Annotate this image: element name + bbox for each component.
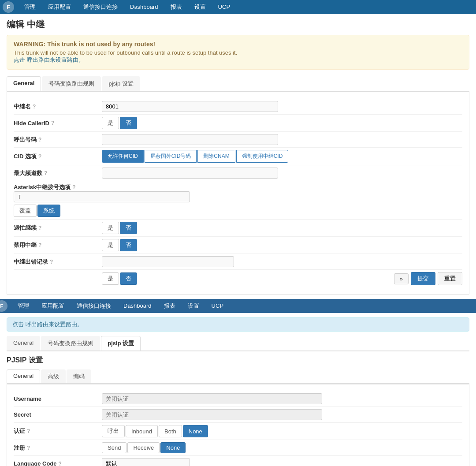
auth-inbound[interactable]: Inbound [126,425,158,437]
pjsip-main-tabs: General 号码变换路由规则 pjsip 设置 [7,336,469,351]
outbound-number-row: 呼出号码 ? [14,132,462,148]
continue-help-icon[interactable]: ? [38,225,41,231]
asterisk-system-btn[interactable]: 系统 [37,205,60,217]
reset-btn-top[interactable]: 重置 [438,272,462,285]
warning-small: 点击 呼出路由来设置路由。 [7,317,469,332]
mid-nav-reports[interactable]: 报表 [158,299,182,313]
tab-pjsip[interactable]: pjsip 设置 [102,76,140,91]
secret-row: Secret [14,407,462,423]
nav-reports[interactable]: 报表 [164,0,188,14]
nav-comm[interactable]: 通信接口连接 [77,0,124,14]
auth-row: 认证 ? 呼出 Inbound Both None [14,423,462,440]
hide-callerid-toggle: 是 否 [102,117,137,129]
nav-ucp[interactable]: UCP [212,0,236,14]
cid-block-foreign[interactable]: 屏蔽国外CID号码 [145,150,197,163]
auth-both[interactable]: Both [159,425,182,437]
cid-remove-cnam[interactable]: 删除CNAM [197,150,235,163]
reg-none[interactable]: None [160,442,186,453]
cid-option-label: CID 选项 ? [14,153,102,160]
pjsip-subtab-codec[interactable]: 编码 [67,369,91,383]
main-page: 编辑 中继 WARNING: This trunk is not used by… [0,14,476,299]
mid-nav-dashboard[interactable]: Dashboard [117,299,158,313]
top-nav: F 管理 应用配置 通信接口连接 Dashboard 报表 设置 UCP [0,0,476,14]
hide-callerid-label: Hide CallerID ? [14,120,102,127]
pjsip-subtab-advanced[interactable]: 高级 [41,369,66,383]
secret-value [102,409,462,420]
mid-nav-settings[interactable]: 设置 [182,299,205,313]
cid-allow-any[interactable]: 允许任何CID [102,150,144,163]
cid-option-help-icon[interactable]: ? [38,153,41,160]
disable-help-icon[interactable]: ? [38,242,41,248]
language-help-icon[interactable]: ? [59,461,62,466]
reg-label: 注册 ? [14,444,102,452]
hide-callerid-help-icon[interactable]: ? [51,120,54,126]
cid-force-trunk[interactable]: 强制使用中继CID [236,150,289,163]
language-row: Language Code ? [14,456,462,466]
warning-small-link[interactable]: 点击 呼出路由来设置路由。 [12,321,83,328]
auth-outbound[interactable]: 呼出 [102,425,125,437]
disable-row: 禁用中继 ? 是 否 [14,237,462,254]
language-input[interactable] [102,458,190,466]
nav-appconfig[interactable]: 应用配置 [42,0,77,14]
pjsip-sub-tabs: General 高级 编码 [7,369,469,384]
reg-toggle: Send Receive None [102,442,186,453]
log-label: 中继出错记录 ? [14,258,102,266]
asterisk-dial-input[interactable] [14,191,190,202]
mid-nav-manage[interactable]: 管理 [11,299,35,313]
hide-callerid-no[interactable]: 否 [120,117,137,129]
pjsip-subtab-general[interactable]: General [7,369,40,383]
max-channels-help-icon[interactable]: ? [44,170,47,176]
log-yes[interactable]: 是 [102,272,119,285]
hide-callerid-yes[interactable]: 是 [102,117,119,129]
auth-value: 呼出 Inbound Both None [102,425,462,437]
auth-toggle: 呼出 Inbound Both None [102,425,208,437]
mid-nav-appconfig[interactable]: 应用配置 [35,299,71,313]
asterisk-dial-help-icon[interactable]: ? [72,184,75,190]
general-form: 中继名 ? Hide CallerID ? 是 否 呼出号码 [7,92,469,295]
language-value [102,458,462,466]
asterisk-override-btn[interactable]: 覆盖 [14,205,37,217]
outbound-number-help-icon[interactable]: ? [38,137,41,143]
auth-label: 认证 ? [14,427,102,435]
log-no[interactable]: 否 [120,272,137,285]
nav-dashboard[interactable]: Dashboard [124,0,164,14]
max-channels-row: 最大频道数 ? [14,165,462,181]
tab-general[interactable]: General [7,76,41,91]
trunk-name-input[interactable] [102,101,278,112]
warning-link[interactable]: 点击 呼出路由来设置路由。 [14,56,84,63]
disable-yes[interactable]: 是 [102,239,119,251]
pjsip-title: PJSIP 设置 [7,356,469,365]
cid-option-row: CID 选项 ? 允许任何CID 屏蔽国外CID号码 删除CNAM 强制使用中继… [14,148,462,165]
username-input[interactable] [102,393,322,404]
nav-manage[interactable]: 管理 [18,0,42,14]
pjsip-tab-number-rules[interactable]: 号码变换路由规则 [41,336,100,350]
mid-nav-comm[interactable]: 通信接口连接 [71,299,117,313]
disable-no[interactable]: 否 [120,239,137,251]
log-toggle: 是 否 [102,272,137,285]
reg-row: 注册 ? Send Receive None [14,440,462,456]
secret-label: Secret [14,411,102,418]
max-channels-input[interactable] [102,168,278,179]
submit-btn-top[interactable]: 提交 [411,272,435,285]
reg-help-icon[interactable]: ? [27,445,30,451]
continue-yes[interactable]: 是 [102,222,119,234]
mid-nav-ucp[interactable]: UCP [205,299,230,313]
reg-receive[interactable]: Receive [127,442,160,453]
auth-help-icon[interactable]: ? [27,428,30,434]
log-help-icon[interactable]: ? [50,259,53,265]
continue-row: 遇忙继续 ? 是 否 [14,220,462,237]
tab-number-rules[interactable]: 号码变换路由规则 [42,76,101,91]
pjsip-tab-pjsip[interactable]: pjsip 设置 [101,336,141,350]
nav-settings[interactable]: 设置 [188,0,212,14]
auth-none[interactable]: None [183,425,208,437]
outbound-number-input[interactable] [102,134,278,145]
pjsip-tab-general[interactable]: General [7,336,40,350]
expand-btn[interactable]: » [394,273,409,284]
language-label: Language Code ? [14,460,102,466]
trunk-name-help-icon[interactable]: ? [33,104,36,110]
continue-no[interactable]: 否 [120,222,137,234]
secret-input[interactable] [102,409,322,420]
log-input[interactable] [102,256,234,267]
reg-send[interactable]: Send [102,442,126,453]
main-tabs: General 号码变换路由规则 pjsip 设置 [7,76,469,92]
